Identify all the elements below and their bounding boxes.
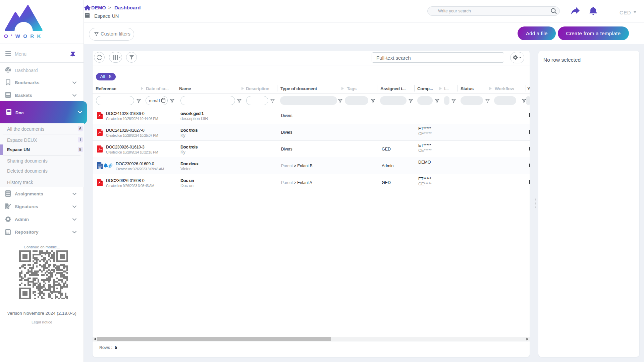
svg-text:O'WORK: O'WORK bbox=[4, 33, 44, 39]
svg-text:w: w bbox=[99, 166, 101, 169]
